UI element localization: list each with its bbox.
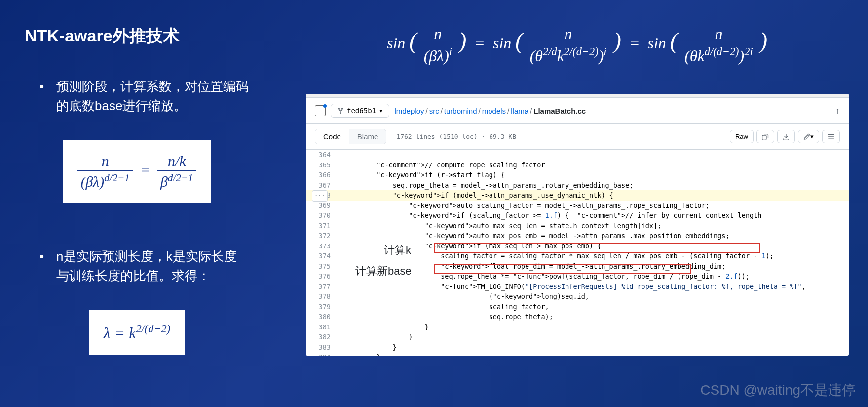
code-line: 366 "c-keyword">if (r->start_flag) { bbox=[306, 170, 849, 180]
bullet-1-text: 预测阶段，计算系数，对位置编码的底数base进行缩放。 bbox=[56, 77, 249, 116]
code-line: 368 "c-keyword">if (model_->attn_params_… bbox=[306, 190, 849, 201]
crumb-4[interactable]: llama bbox=[511, 107, 528, 115]
slide-title: NTK-aware外推技术 bbox=[25, 25, 249, 47]
annotation-calc-base: 计算新base bbox=[355, 264, 412, 279]
code-line: 378 ("c-keyword">long)seq.id, bbox=[306, 291, 849, 302]
copy-icon bbox=[762, 133, 769, 140]
code-line: 369 "c-keyword">auto scaling_factor = mo… bbox=[306, 201, 849, 211]
code-line: 377 "c-func">TM_LOG_INFO("[ProcessInferR… bbox=[306, 282, 849, 292]
watermark: CSDN @waiting不是违停 bbox=[700, 381, 856, 400]
edit-button[interactable]: ▾ bbox=[798, 130, 819, 143]
code-line: 383 } bbox=[306, 342, 849, 353]
chevron-down-icon: ▾ bbox=[379, 107, 383, 115]
formula-2: λ = k2/(d−2) bbox=[89, 310, 186, 355]
annotation-calc-k: 计算k bbox=[384, 243, 411, 258]
bullet-2: • n是实际预测长度，k是实际长度与训练长度的比值。求得： bbox=[25, 247, 249, 285]
code-line: 379 scaling_factor, bbox=[306, 302, 849, 312]
code-line: 384 } bbox=[306, 352, 849, 356]
download-icon bbox=[783, 133, 790, 140]
code-line: 371 "c-keyword">auto max_seq_len = state… bbox=[306, 221, 849, 231]
bookmarks-bar bbox=[306, 94, 849, 98]
file-info: 1762 lines (1510 loc) · 69.3 KB bbox=[396, 133, 516, 140]
view-tabs: Code Blame bbox=[315, 129, 386, 144]
bullet-dot-icon: • bbox=[39, 77, 44, 116]
github-toolbar: Code Blame 1762 lines (1510 loc) · 69.3 … bbox=[306, 124, 849, 150]
tab-code[interactable]: Code bbox=[315, 129, 349, 144]
top-equation: sin ( n (βλ)i ) = sin ( n (θ2/dk2/(d−2))… bbox=[306, 25, 848, 65]
ellipsis-icon[interactable]: ··· bbox=[312, 190, 328, 202]
bullet-2-text: n是实际预测长度，k是实际长度与训练长度的比值。求得： bbox=[56, 247, 249, 285]
github-code-panel: fed65b1 ▾ lmdeploy/src/turbomind/models/… bbox=[306, 94, 849, 356]
pencil-icon bbox=[803, 133, 810, 140]
formula-2-wrapper: λ = k2/(d−2) bbox=[25, 310, 249, 399]
formula-1: n (βλ)d/2−1 = n/k βd/2−1 bbox=[63, 140, 211, 203]
code-line: 370 "c-keyword">if (scaling_factor >= 1.… bbox=[306, 210, 849, 221]
formula-1-wrapper: n (βλ)d/2−1 = n/k βd/2−1 bbox=[25, 140, 249, 247]
code-line: 380 seq.rope_theta); bbox=[306, 312, 849, 322]
branch-selector[interactable]: fed65b1 ▾ bbox=[331, 104, 389, 118]
code-line: 381 } bbox=[306, 322, 849, 332]
breadcrumb: lmdeploy/src/turbomind/models/llama/Llam… bbox=[394, 107, 586, 115]
code-line: 372 "c-keyword">auto max_pos_emb = model… bbox=[306, 231, 849, 241]
tab-blame[interactable]: Blame bbox=[349, 129, 386, 144]
crumb-2[interactable]: turbomind bbox=[444, 107, 477, 115]
github-header: fed65b1 ▾ lmdeploy/src/turbomind/models/… bbox=[306, 98, 849, 124]
code-line: 367 seq.rope_theta = model_->attn_params… bbox=[306, 180, 849, 191]
raw-button[interactable]: Raw bbox=[730, 130, 754, 143]
bullet-dot-icon: • bbox=[39, 247, 44, 285]
copy-button[interactable] bbox=[756, 130, 774, 143]
download-button[interactable] bbox=[777, 130, 795, 143]
crumb-0[interactable]: lmdeploy bbox=[394, 107, 424, 115]
vertical-divider bbox=[274, 15, 274, 370]
up-icon[interactable]: ↑ bbox=[835, 106, 840, 116]
left-panel: NTK-aware外推技术 • 预测阶段，计算系数，对位置编码的底数base进行… bbox=[0, 0, 274, 407]
branch-name: fed65b1 bbox=[347, 107, 376, 115]
more-button[interactable] bbox=[822, 130, 840, 143]
code-line: 365 "c-comment">// compute rope scaling … bbox=[306, 160, 849, 170]
crumb-1[interactable]: src bbox=[429, 107, 439, 115]
list-icon bbox=[828, 133, 834, 140]
crumb-file: LlamaBatch.cc bbox=[533, 107, 586, 115]
crumb-3[interactable]: models bbox=[482, 107, 506, 115]
branch-icon bbox=[337, 107, 344, 114]
code-line: 364 bbox=[306, 150, 849, 160]
files-changed-icon[interactable] bbox=[315, 105, 326, 116]
code-line: 382 } bbox=[306, 332, 849, 342]
bullet-1: • 预测阶段，计算系数，对位置编码的底数base进行缩放。 bbox=[25, 77, 249, 116]
